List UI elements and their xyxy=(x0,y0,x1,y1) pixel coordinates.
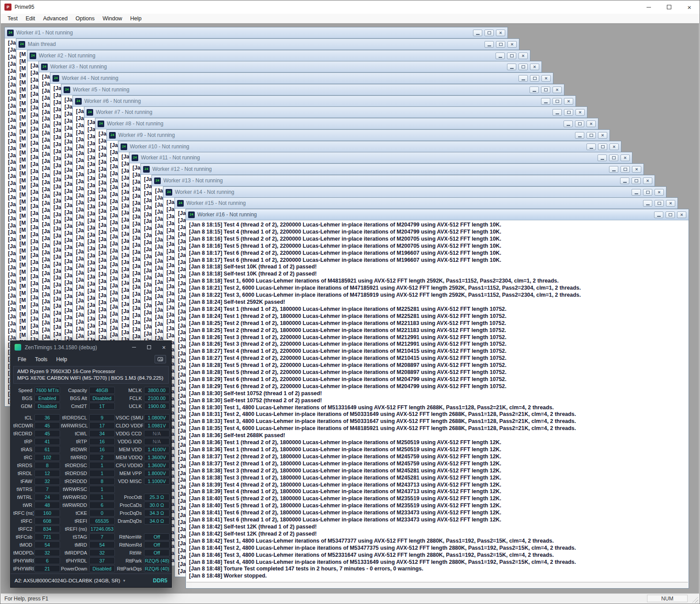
worker-close-button[interactable]: × xyxy=(564,98,573,105)
worker-close-button[interactable]: × xyxy=(507,41,517,48)
worker-maximize-button[interactable] xyxy=(541,87,550,93)
worker-maximize-button[interactable] xyxy=(586,132,596,139)
worker-maximize-button[interactable] xyxy=(666,211,675,218)
zt-menu-file[interactable]: File xyxy=(13,355,30,363)
worker-close-button[interactable]: × xyxy=(575,109,585,116)
worker-close-button[interactable]: × xyxy=(632,166,641,173)
worker-title-bar[interactable]: 24 Worker #12 - Not running × xyxy=(141,164,643,175)
worker-close-button[interactable]: × xyxy=(598,132,607,139)
worker-maximize-button[interactable] xyxy=(564,109,573,116)
worker-title-bar[interactable]: 24 Worker #16 - Not running × xyxy=(186,209,689,220)
zt-timing-label: tREFI (ns) xyxy=(61,525,88,532)
maximize-button[interactable] xyxy=(659,0,679,14)
menu-advanced[interactable]: Advanced xyxy=(39,14,72,23)
ram-module-selector[interactable]: A2: AX5U8000C4024G-DCLARBK (24GB, SR) ▾ xyxy=(15,578,125,583)
worker-minimize-button[interactable] xyxy=(507,64,516,70)
worker-title-bar[interactable]: 24 Worker #8 - Not running × xyxy=(95,118,598,129)
worker-close-button[interactable]: × xyxy=(496,30,505,36)
worker-maximize-button[interactable] xyxy=(609,155,618,161)
worker-minimize-button[interactable] xyxy=(473,30,482,36)
zentimings-window[interactable]: ZenTimings 1.34.1580 (debug) × FileTools… xyxy=(10,340,172,588)
worker-close-button[interactable]: × xyxy=(643,177,652,184)
worker-maximize-button[interactable] xyxy=(484,30,494,36)
worker-minimize-button[interactable] xyxy=(643,200,652,207)
worker-title-bar[interactable]: 24 Worker #13 - Not running × xyxy=(152,175,655,186)
worker-title-bar[interactable]: 24 Worker #6 - Not running × xyxy=(73,96,575,107)
menu-edit[interactable]: Edit xyxy=(22,14,39,23)
worker-close-button[interactable]: × xyxy=(677,211,686,218)
worker-maximize-button[interactable] xyxy=(632,177,641,184)
menu-test[interactable]: Test xyxy=(4,14,22,23)
resize-grip[interactable] xyxy=(692,597,698,603)
zentimings-close-button[interactable]: × xyxy=(156,341,171,354)
zt-timing-label: tWRWRDD xyxy=(61,502,88,509)
worker-minimize-button[interactable] xyxy=(518,75,528,82)
worker-title-bar[interactable]: 24 Worker #4 - Not running × xyxy=(50,73,553,84)
minimize-icon xyxy=(612,170,616,171)
worker-close-button[interactable]: × xyxy=(530,64,539,70)
worker-title-bar[interactable]: 24 Worker #1 - Not running × xyxy=(5,27,507,38)
worker-maximize-button[interactable] xyxy=(518,64,528,70)
worker-maximize-button[interactable] xyxy=(552,98,562,105)
zt-timing-value: 1.3600V xyxy=(144,462,170,469)
menu-window[interactable]: Window xyxy=(98,14,126,23)
worker-minimize-button[interactable] xyxy=(620,177,629,184)
worker-minimize-button[interactable] xyxy=(564,121,573,127)
worker-maximize-button[interactable] xyxy=(496,41,505,48)
zt-timing-value: 17246.053 xyxy=(89,525,115,532)
worker-maximize-button[interactable] xyxy=(507,53,516,59)
worker-maximize-button[interactable] xyxy=(575,121,584,127)
worker-title-bar[interactable]: 24 Worker #2 - Not running × xyxy=(27,50,530,61)
worker-close-button[interactable]: × xyxy=(609,143,619,150)
worker-title-bar[interactable]: 24 Worker #10 - Not running × xyxy=(118,141,621,152)
worker-minimize-button[interactable] xyxy=(552,109,562,116)
worker-title-bar[interactable]: 24 Worker #7 - Not running × xyxy=(84,107,587,118)
worker-maximize-button[interactable] xyxy=(655,200,664,207)
worker-close-button[interactable]: × xyxy=(655,189,664,196)
zt-timing-label: tRDRDSCL xyxy=(61,414,88,421)
horizontal-scrollbar[interactable] xyxy=(186,582,688,588)
zentimings-maximize-button[interactable] xyxy=(141,341,156,354)
worker-minimize-button[interactable] xyxy=(575,132,584,139)
zt-timing-label: tCKE xyxy=(61,510,88,517)
worker-minimize-button[interactable] xyxy=(609,166,618,173)
worker-maximize-button[interactable] xyxy=(621,166,630,173)
minimize-icon xyxy=(476,34,480,35)
worker-maximize-button[interactable] xyxy=(643,189,652,196)
worker-maximize-button[interactable] xyxy=(530,75,539,82)
worker-minimize-button[interactable] xyxy=(541,98,550,105)
menu-options[interactable]: Options xyxy=(72,14,98,23)
worker-minimize-button[interactable] xyxy=(586,143,596,150)
worker-close-button[interactable]: × xyxy=(552,87,562,93)
worker-minimize-button[interactable] xyxy=(496,53,505,59)
worker-close-button[interactable]: × xyxy=(541,75,551,82)
zentimings-minimize-button[interactable] xyxy=(126,341,141,354)
chevron-down-icon: ▾ xyxy=(123,578,125,583)
worker-maximize-button[interactable] xyxy=(598,143,607,150)
zentimings-title-bar[interactable]: ZenTimings 1.34.1580 (debug) × xyxy=(11,341,171,354)
worker-minimize-button[interactable] xyxy=(530,87,539,93)
worker-close-button[interactable]: × xyxy=(586,121,596,127)
worker-window[interactable]: 24 Worker #16 - Not running × [Jan 8 18:… xyxy=(185,209,689,589)
worker-title-bar[interactable]: 24 Main thread × xyxy=(16,39,519,50)
zt-menu-help[interactable]: Help xyxy=(52,355,72,363)
worker-close-button[interactable]: × xyxy=(666,200,675,207)
worker-minimize-button[interactable] xyxy=(484,41,494,48)
menu-help[interactable]: Help xyxy=(126,14,146,23)
worker-title-bar[interactable]: 24 Worker #5 - Not running × xyxy=(61,84,564,95)
worker-minimize-button[interactable] xyxy=(654,211,663,218)
worker-minimize-button[interactable] xyxy=(598,155,607,161)
zentimings-screenshot-button[interactable] xyxy=(155,355,166,363)
minimize-button[interactable] xyxy=(639,0,659,14)
worker-title-bar[interactable]: 24 Worker #11 - Not running × xyxy=(129,152,632,163)
worker-minimize-button[interactable] xyxy=(632,189,641,196)
worker-close-button[interactable]: × xyxy=(621,155,630,161)
worker-title-bar[interactable]: 24 Worker #9 - Not running × xyxy=(107,130,609,141)
worker-title: Worker #3 - Not running xyxy=(50,64,507,70)
close-button[interactable]: × xyxy=(679,0,700,14)
worker-close-button[interactable]: × xyxy=(518,53,528,59)
zt-menu-tools[interactable]: Tools xyxy=(30,355,52,363)
worker-title-bar[interactable]: 24 Worker #14 - Not running × xyxy=(163,187,666,198)
worker-title-bar[interactable]: 24 Worker #3 - Not running × xyxy=(39,61,541,72)
worker-title-bar[interactable]: 24 Worker #15 - Not running × xyxy=(175,198,677,209)
